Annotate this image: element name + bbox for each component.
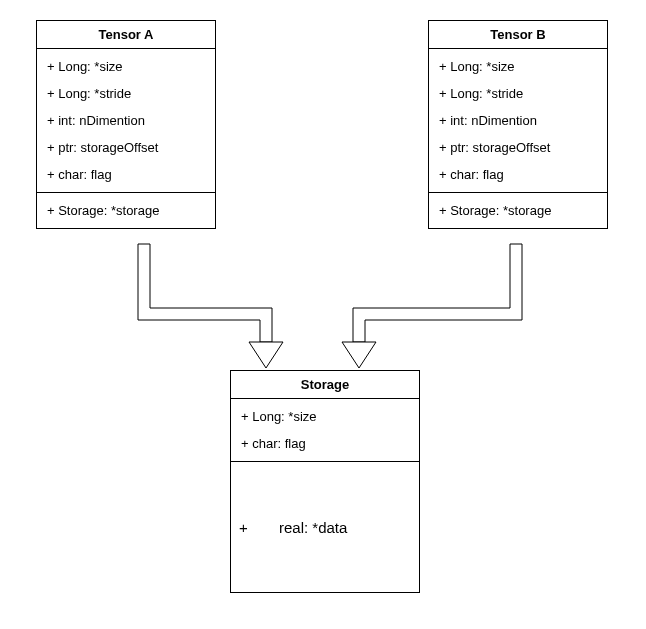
- attr-row: + char: flag: [45, 161, 207, 188]
- attr-row: + Long: *size: [239, 403, 411, 430]
- class-tensor-a: Tensor A + Long: *size + Long: *stride +…: [36, 20, 216, 229]
- attr-row: + Long: *stride: [45, 80, 207, 107]
- attr-row: + Long: *size: [45, 53, 207, 80]
- ref-row: + Storage: *storage: [45, 197, 207, 224]
- ref-row: + Storage: *storage: [437, 197, 599, 224]
- class-references: + Storage: *storage: [429, 193, 607, 228]
- class-title: Tensor A: [37, 21, 215, 49]
- attr-row: + char: flag: [437, 161, 599, 188]
- class-references: + Storage: *storage: [37, 193, 215, 228]
- class-attributes: + Long: *size + char: flag: [231, 399, 419, 462]
- attr-row: + char: flag: [239, 430, 411, 457]
- data-row: + real: *data: [239, 466, 411, 588]
- attr-row: + int: nDimention: [45, 107, 207, 134]
- attr-row: + int: nDimention: [437, 107, 599, 134]
- data-label: real: *data: [279, 519, 347, 536]
- visibility-plus: +: [239, 519, 257, 536]
- class-title: Storage: [231, 371, 419, 399]
- class-storage: Storage + Long: *size + char: flag + rea…: [230, 370, 420, 593]
- arrow-tensor-a-to-storage: [138, 244, 283, 368]
- class-title: Tensor B: [429, 21, 607, 49]
- class-data: + real: *data: [231, 462, 419, 592]
- attr-row: + Long: *size: [437, 53, 599, 80]
- diagram-canvas: Tensor A + Long: *size + Long: *stride +…: [0, 0, 646, 629]
- class-tensor-b: Tensor B + Long: *size + Long: *stride +…: [428, 20, 608, 229]
- attr-row: + Long: *stride: [437, 80, 599, 107]
- class-attributes: + Long: *size + Long: *stride + int: nDi…: [429, 49, 607, 193]
- arrow-tensor-b-to-storage: [342, 244, 522, 368]
- attr-row: + ptr: storageOffset: [437, 134, 599, 161]
- attr-row: + ptr: storageOffset: [45, 134, 207, 161]
- class-attributes: + Long: *size + Long: *stride + int: nDi…: [37, 49, 215, 193]
